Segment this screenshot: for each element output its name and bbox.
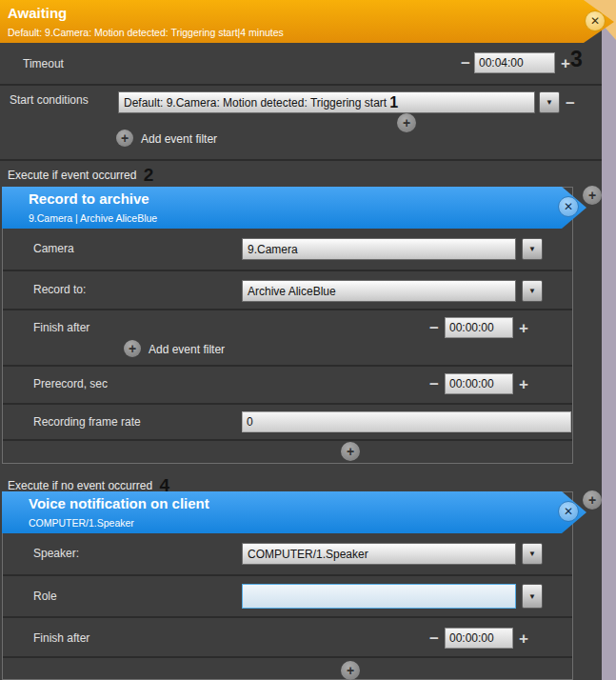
record-add-filter-icon[interactable]: +	[124, 340, 141, 357]
divider	[3, 403, 572, 405]
voice-block-close-icon[interactable]: ✕	[558, 501, 579, 522]
page-title: Awaiting	[8, 5, 67, 21]
voice-block-header: Voice notification on client COMPUTER/1.…	[2, 491, 586, 533]
add-condition-icon[interactable]: +	[397, 113, 416, 132]
record-block-header: Record to archive 9.Camera | Archive Ali…	[2, 187, 586, 229]
remove-condition-button[interactable]: −	[566, 95, 575, 111]
voice-finish-after-input[interactable]	[445, 628, 513, 649]
prerecord-minus-button[interactable]: −	[429, 376, 439, 392]
close-icon[interactable]: ✕	[585, 10, 606, 31]
divider	[3, 574, 572, 576]
record-to-field[interactable]: Archive AliceBlue	[242, 280, 516, 302]
camera-dropdown-icon[interactable]: ▼	[522, 238, 543, 260]
speaker-value: COMPUTER/1.Speaker	[248, 548, 368, 561]
divider	[0, 159, 602, 161]
prerecord-label: Prerecord, sec	[33, 377, 108, 390]
add-event-filter-button[interactable]: Add event filter	[141, 132, 217, 146]
record-finish-after-label: Finish after	[33, 321, 89, 334]
speaker-label: Speaker:	[33, 547, 79, 560]
divider	[3, 656, 572, 658]
annotation-1: 1	[389, 94, 398, 111]
divider	[3, 270, 572, 271]
record-add-action-icon[interactable]: +	[341, 442, 360, 461]
section-no-event-label: Execute if no event occurred	[8, 479, 152, 492]
divider	[3, 439, 572, 441]
role-dropdown-icon[interactable]: ▼	[522, 584, 543, 609]
record-to-archive-block: Record to archive 9.Camera | Archive Ali…	[2, 187, 573, 464]
timeout-plus-button[interactable]: +	[561, 55, 570, 71]
record-finish-plus-button[interactable]: +	[519, 320, 528, 336]
section-event-label: Execute if event occurred	[8, 169, 136, 182]
divider	[3, 309, 572, 310]
divider	[0, 84, 602, 86]
camera-field[interactable]: 9.Camera	[242, 238, 516, 260]
camera-value: 9.Camera	[248, 243, 298, 256]
start-conditions-field[interactable]: Default: 9.Camera: Motion detected: Trig…	[118, 91, 535, 113]
voice-notification-block: Voice notification on client COMPUTER/1.…	[2, 491, 573, 680]
awaiting-summary: Default: 9.Camera: Motion detected: Trig…	[8, 27, 284, 38]
role-field[interactable]	[242, 584, 516, 609]
speaker-dropdown-icon[interactable]: ▼	[522, 543, 543, 565]
record-block-subtitle: 9.Camera | Archive AliceBlue	[29, 212, 157, 224]
annotation-3: 3	[570, 47, 583, 72]
start-conditions-value: Default: 9.Camera: Motion detected: Trig…	[124, 96, 387, 110]
prerecord-plus-button[interactable]: +	[519, 376, 528, 392]
camera-label: Camera	[33, 242, 74, 255]
record-finish-after-input[interactable]	[445, 317, 513, 338]
voice-block-subtitle: COMPUTER/1.Speaker	[29, 517, 134, 529]
record-to-value: Archive AliceBlue	[248, 285, 336, 298]
frame-rate-input[interactable]	[242, 411, 571, 432]
voice-add-action-icon[interactable]: +	[341, 661, 360, 680]
record-block-title: Record to archive	[29, 190, 149, 207]
timeout-minus-button[interactable]: −	[461, 55, 470, 71]
add-action-branch2-icon[interactable]: +	[583, 490, 602, 510]
divider	[3, 616, 572, 618]
voice-finish-plus-button[interactable]: +	[519, 630, 528, 647]
timeout-label: Timeout	[23, 57, 64, 70]
divider	[3, 365, 572, 367]
record-add-event-filter-button[interactable]: Add event filter	[149, 343, 225, 356]
record-to-dropdown-icon[interactable]: ▼	[522, 280, 543, 302]
start-conditions-label: Start conditions	[10, 93, 89, 107]
speaker-field[interactable]: COMPUTER/1.Speaker	[242, 543, 516, 565]
role-label: Role	[33, 590, 57, 603]
record-to-label: Record to:	[33, 283, 86, 296]
awaiting-banner: Awaiting Default: 9.Camera: Motion detec…	[0, 0, 616, 43]
record-block-close-icon[interactable]: ✕	[558, 196, 579, 217]
voice-block-title: Voice notification on client	[29, 495, 209, 511]
start-conditions-dropdown-icon[interactable]: ▼	[539, 91, 560, 113]
voice-finish-after-label: Finish after	[33, 631, 89, 645]
awaiting-panel: Awaiting Default: 9.Camera: Motion detec…	[0, 0, 616, 680]
annotation-2: 2	[144, 165, 154, 185]
timeout-input[interactable]	[474, 52, 555, 73]
voice-finish-minus-button[interactable]: −	[429, 630, 439, 647]
section-event-occurred: Execute if event occurred 2	[8, 165, 153, 186]
record-finish-minus-button[interactable]: −	[429, 320, 439, 336]
add-filter-icon[interactable]: +	[116, 130, 133, 147]
add-action-branch1-icon[interactable]: +	[583, 186, 602, 205]
background-strip	[602, 0, 616, 680]
prerecord-input[interactable]	[445, 373, 513, 394]
frame-rate-label: Recording frame rate	[33, 415, 141, 429]
